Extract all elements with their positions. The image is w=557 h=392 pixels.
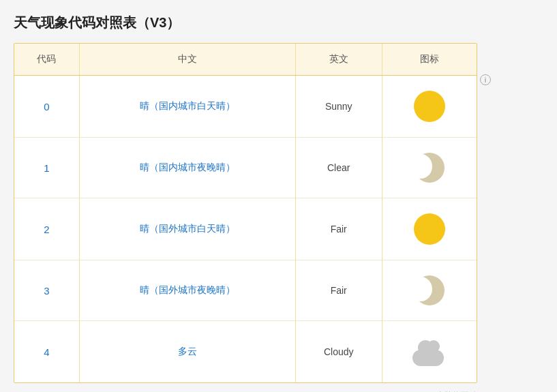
zh-cell: 晴（国外城市白天晴） bbox=[79, 198, 295, 260]
code-cell: 3 bbox=[14, 260, 79, 321]
code-cell: 0 bbox=[14, 76, 79, 138]
en-cell: Fair bbox=[295, 260, 382, 321]
icon-cell bbox=[382, 138, 477, 198]
moon-icon bbox=[415, 275, 445, 305]
en-cell: Cloudy bbox=[295, 321, 382, 383]
sun-icon bbox=[414, 213, 445, 245]
zh-cell: 晴（国外城市夜晚晴） bbox=[79, 260, 295, 321]
table-row: 1晴（国内城市夜晚晴）Clear bbox=[14, 138, 477, 198]
col-header-code: 代码 bbox=[14, 44, 79, 76]
icon-cell bbox=[382, 76, 477, 138]
zh-cell: 晴（国内城市白天晴） bbox=[79, 76, 295, 138]
zh-cell: 晴（国内城市夜晚晴） bbox=[79, 138, 295, 198]
moon-icon bbox=[415, 153, 445, 183]
en-cell: Clear bbox=[295, 138, 382, 198]
icon-cell bbox=[382, 260, 477, 321]
col-header-en: 英文 bbox=[295, 44, 382, 76]
table-row: 2晴（国外城市白天晴）Fair bbox=[14, 198, 477, 260]
table-row: 0晴（国内城市白天晴）Sunny bbox=[14, 76, 477, 138]
icon-cell bbox=[382, 321, 477, 383]
cloud-icon bbox=[412, 336, 447, 367]
table-row: 3晴（国外城市夜晚晴）Fair bbox=[14, 260, 477, 321]
col-header-zh: 中文 bbox=[79, 44, 295, 76]
table-header-row: 代码 中文 英文 图标 bbox=[14, 44, 477, 76]
en-cell: Sunny bbox=[295, 76, 382, 138]
code-cell: 2 bbox=[14, 198, 79, 260]
table-row: 4多云Cloudy bbox=[14, 321, 477, 383]
zh-cell: 多云 bbox=[79, 321, 295, 383]
icon-cell bbox=[382, 198, 477, 260]
en-cell: Fair bbox=[295, 198, 382, 260]
col-header-icon: 图标 bbox=[382, 44, 477, 76]
weather-table: 代码 中文 英文 图标 0晴（国内城市白天晴）Sunny1晴（国内城市夜晚晴）C… bbox=[14, 43, 477, 383]
code-cell: 4 bbox=[14, 321, 79, 383]
code-cell: 1 bbox=[14, 138, 79, 198]
info-icon[interactable]: i bbox=[480, 74, 491, 85]
sun-icon bbox=[414, 91, 445, 122]
page-title: 天气现象代码对照表（V3） bbox=[14, 14, 543, 32]
